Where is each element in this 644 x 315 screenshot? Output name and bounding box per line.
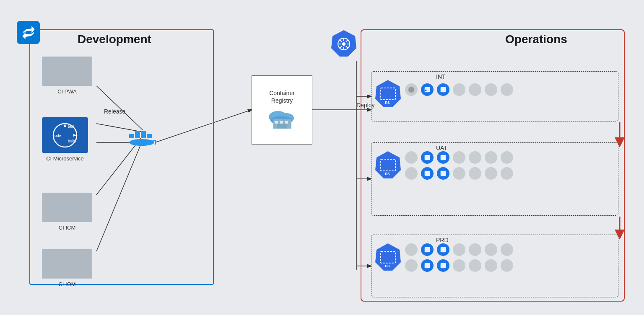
svc-prd-grey-6 [405, 259, 418, 272]
svg-rect-60 [441, 263, 446, 269]
svg-point-34 [342, 42, 345, 46]
azure-devops-icon [17, 21, 40, 44]
svg-rect-46 [441, 87, 446, 93]
ns-int-svg: ns [372, 79, 404, 110]
release-label: Release [104, 108, 125, 115]
svc-uat-grey-2 [453, 151, 465, 164]
svg-text:ns: ns [385, 171, 390, 176]
k8s-svg-top [329, 29, 358, 59]
svc-prd-grey-2 [453, 243, 465, 256]
env-int-row: ■ [371, 71, 618, 121]
svc-prd-grey-3 [469, 243, 481, 256]
ns-uat-svg: ns [372, 150, 404, 181]
svg-rect-29 [280, 121, 283, 124]
svc-prd-grey-1 [405, 243, 418, 256]
diagram-container: Development CI PWA code test build CI Mi… [13, 13, 631, 302]
svc-icon-blue-2 [437, 83, 449, 96]
env-prd-label: PRD [436, 237, 449, 243]
svg-text:ns: ns [385, 100, 390, 105]
svc-prd-grey-7 [453, 259, 465, 272]
svc-prd-grey-4 [485, 243, 497, 256]
ci-icm-box [42, 193, 92, 222]
ci-icm-label: CI ICM [59, 225, 75, 231]
svg-rect-19 [135, 134, 140, 138]
svc-prd-blue-1 [421, 243, 434, 256]
devops-svg [21, 25, 36, 40]
env-int-label: INT [436, 73, 446, 80]
svg-text:build: build [68, 139, 76, 143]
ci-iom-label: CI IOM [58, 281, 75, 287]
svg-rect-28 [275, 121, 278, 124]
ci-iom-item: CI IOM [42, 249, 92, 287]
env-prd-row [371, 235, 618, 297]
svc-prd-blue-2 [437, 243, 449, 256]
svc-uat-grey-10 [501, 167, 513, 180]
ns-prd-icon: ns [372, 242, 404, 275]
svc-uat-grey-7 [453, 167, 465, 180]
development-title: Development [78, 33, 151, 46]
svg-rect-21 [141, 134, 146, 138]
svg-text:test: test [68, 124, 74, 129]
svg-text:code: code [53, 134, 61, 138]
svc-prd-blue-3 [421, 259, 434, 272]
svc-icon-grey-2 [453, 83, 465, 96]
svc-uat-grey-6 [405, 167, 418, 180]
svc-icon-grey [405, 83, 418, 96]
env-uat-label: UAT [436, 145, 447, 151]
cycle-svg: code test build [46, 119, 84, 151]
ci-icm-item: CI ICM [42, 193, 92, 231]
svg-point-43 [408, 87, 414, 93]
svg-point-23 [129, 139, 154, 146]
ns-prd-svg: ns [372, 242, 404, 274]
svg-text:ns: ns [385, 263, 390, 268]
svc-uat-grey-4 [485, 151, 497, 164]
svc-prd-blue-4 [437, 259, 449, 272]
svc-icon-grey-4 [485, 83, 497, 96]
ci-microservice-item: code test build CI Microservice [42, 117, 88, 162]
svg-rect-59 [425, 263, 430, 269]
svc-uat-grey-5 [501, 151, 513, 164]
registry-label: ContainerRegistry [269, 89, 295, 104]
svc-prd-grey-10 [501, 259, 513, 272]
svg-text:■: ■ [425, 88, 427, 92]
ns-uat-icon: ns [372, 150, 404, 183]
svc-uat-blue-2 [437, 151, 449, 164]
ci-pwa-box [42, 57, 92, 86]
svg-rect-50 [425, 155, 430, 160]
svc-prd-grey-9 [485, 259, 497, 272]
svc-prd-grey-8 [469, 259, 481, 272]
container-registry-box: ContainerRegistry [252, 75, 312, 145]
ci-microservice-icon: code test build [42, 117, 88, 153]
operations-title: Operations [505, 33, 567, 46]
svc-uat-grey-9 [485, 167, 497, 180]
svc-uat-grey-3 [469, 151, 481, 164]
svg-rect-22 [147, 134, 152, 138]
ci-pwa-item: CI PWA [42, 57, 92, 95]
svc-uat-grey-1 [405, 151, 418, 164]
svc-uat-grey-8 [469, 167, 481, 180]
svg-rect-57 [425, 247, 430, 253]
ci-iom-box [42, 249, 92, 279]
svc-icon-grey-5 [501, 83, 513, 96]
svc-icon-grey-3 [469, 83, 481, 96]
svc-icon-blue: ■ [421, 83, 434, 96]
svg-rect-53 [441, 171, 446, 176]
env-uat-row [371, 142, 618, 216]
svg-rect-30 [285, 121, 288, 124]
svg-rect-51 [441, 155, 446, 160]
svg-rect-58 [441, 247, 446, 253]
svc-prd-grey-5 [501, 243, 513, 256]
svg-rect-31 [277, 124, 287, 129]
svc-uat-blue-1 [421, 151, 434, 164]
docker-icon [126, 121, 159, 148]
kubernetes-top-icon [329, 29, 358, 60]
svg-rect-17 [129, 134, 134, 138]
ns-int-icon: ns [372, 79, 404, 112]
registry-icon-svg [265, 108, 299, 131]
ci-pwa-label: CI PWA [57, 88, 77, 95]
ci-microservice-label: CI Microservice [46, 155, 84, 162]
svg-rect-52 [425, 171, 430, 176]
docker-svg [126, 121, 159, 147]
svc-uat-blue-4 [437, 167, 449, 180]
svc-uat-blue-3 [421, 167, 434, 180]
